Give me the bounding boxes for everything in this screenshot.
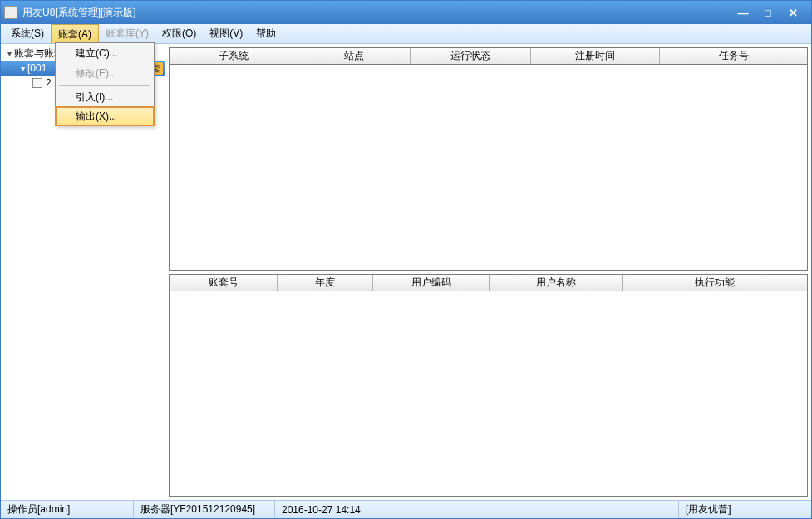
chevron-down-icon[interactable]: ▾: [4, 49, 14, 58]
dropdown-create[interactable]: 建立(C)...: [56, 43, 154, 63]
doc-icon: [32, 78, 42, 88]
status-server: 服务器[YF201512120945]: [134, 501, 275, 518]
account-dropdown: 建立(C)... 修改(E)... 引入(I)... 输出(X)...: [55, 42, 155, 126]
col-taskid[interactable]: 任务号: [660, 48, 807, 64]
grid-top-header: 子系统 站点 运行状态 注册时间 任务号: [170, 48, 807, 65]
status-company: [用友优普]: [678, 501, 811, 518]
status-operator: 操作员[admin]: [1, 501, 134, 518]
content-area: 子系统 站点 运行状态 注册时间 任务号 账套号 年度 用户编码 用户名称 执行…: [165, 44, 811, 500]
col-year[interactable]: 年度: [278, 275, 373, 291]
titlebar: 用友U8[系统管理][演示版] — □ ✕: [1, 1, 811, 24]
col-subsystem[interactable]: 子系统: [170, 48, 298, 64]
menu-help[interactable]: 帮助: [249, 24, 283, 43]
menu-account[interactable]: 账套(A): [51, 24, 99, 43]
dropdown-import[interactable]: 引入(I)...: [56, 87, 154, 107]
status-datetime: 2016-10-27 14:14: [275, 501, 678, 518]
maximize-button[interactable]: □: [760, 6, 776, 19]
menu-view[interactable]: 视图(V): [203, 24, 249, 43]
grid-bottom-header: 账套号 年度 用户编码 用户名称 执行功能: [170, 275, 807, 291]
grid-bottom[interactable]: 账套号 年度 用户编码 用户名称 执行功能: [169, 274, 808, 497]
menu-account-lib[interactable]: 账套库(Y): [99, 24, 155, 43]
minimize-button[interactable]: —: [735, 6, 751, 19]
chevron-down-icon[interactable]: ▾: [17, 64, 27, 73]
menu-system[interactable]: 系统(S): [4, 24, 51, 43]
menu-permission[interactable]: 权限(O): [155, 24, 203, 43]
app-icon: [4, 6, 17, 19]
col-site[interactable]: 站点: [298, 48, 411, 64]
dropdown-modify: 修改(E)...: [56, 63, 154, 83]
col-regtime[interactable]: 注册时间: [531, 48, 660, 64]
close-button[interactable]: ✕: [785, 6, 801, 19]
menubar: 系统(S) 账套(A) 账套库(Y) 权限(O) 视图(V) 帮助: [1, 24, 811, 44]
window-controls: — □ ✕: [735, 6, 808, 19]
col-exec[interactable]: 执行功能: [623, 275, 807, 291]
grid-top[interactable]: 子系统 站点 运行状态 注册时间 任务号: [169, 47, 808, 271]
col-username[interactable]: 用户名称: [490, 275, 623, 291]
dropdown-separator: [59, 85, 150, 86]
window-title: 用友U8[系统管理][演示版]: [22, 6, 735, 20]
col-status[interactable]: 运行状态: [411, 48, 531, 64]
tree-node-label: [001: [27, 62, 47, 74]
statusbar: 操作员[admin] 服务器[YF201512120945] 2016-10-2…: [1, 500, 811, 518]
col-acctno[interactable]: 账套号: [170, 275, 278, 291]
tree-node-label: 2: [46, 77, 52, 89]
dropdown-export[interactable]: 输出(X)...: [55, 106, 155, 126]
col-usercode[interactable]: 用户编码: [373, 275, 490, 291]
